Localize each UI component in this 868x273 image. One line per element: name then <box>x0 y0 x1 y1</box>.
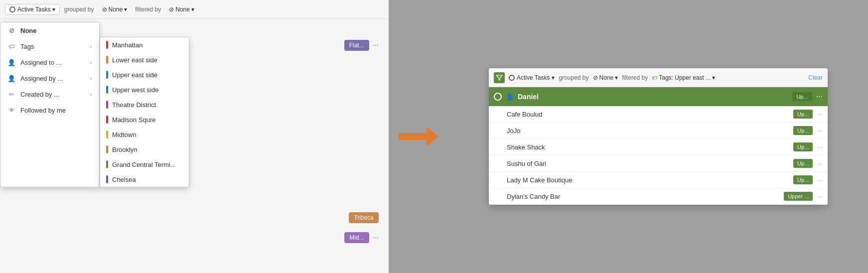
circle-status-icon <box>509 75 515 81</box>
task-tag-button[interactable]: Up... <box>793 110 813 119</box>
tag-theatre-district[interactable]: Theatre District <box>100 97 189 112</box>
filter-created-by-item[interactable]: ✏ Created by ... › <box>0 86 99 102</box>
table-row[interactable]: Cafe Boulud Up... ··· <box>489 106 828 123</box>
filter-followed-by-item[interactable]: 👁 Followed by me <box>0 102 99 118</box>
tag-brooklyn[interactable]: Brooklyn <box>100 142 189 157</box>
task-dots-button[interactable]: ··· <box>817 192 823 200</box>
tag-upper-west-side-label: Upper west side <box>112 86 158 94</box>
task-dots-button[interactable]: ··· <box>817 176 823 184</box>
followed-by-icon: 👁 <box>7 106 15 114</box>
tag-manhattan-label: Manhattan <box>112 41 143 49</box>
table-row[interactable]: Sushu of Gari Up... ··· <box>489 155 828 172</box>
task-tag-button[interactable]: Up... <box>793 126 813 135</box>
task-tag-button[interactable]: Up... <box>793 159 813 168</box>
tag-color-bar <box>106 116 108 124</box>
tribeca-button[interactable]: Tribeca <box>349 212 379 223</box>
right-no-entry-icon: ⊘ <box>593 74 598 81</box>
tag-color-bar <box>106 86 108 94</box>
right-filter-chevron: ▾ <box>712 74 715 81</box>
tag-madison-square[interactable]: Madison Squre <box>100 112 189 127</box>
clear-filter-button[interactable]: Clear <box>808 74 823 81</box>
task-dots-button[interactable]: ··· <box>817 143 823 151</box>
tag-theatre-district-label: Theatre District <box>112 101 156 109</box>
table-row[interactable]: Lady M Cake Boutique Up... ··· <box>489 172 828 188</box>
task-name: Sushu of Gari <box>507 160 789 167</box>
table-row[interactable]: JoJo Up... ··· <box>489 123 828 139</box>
grouped-by-label: grouped by <box>64 6 94 13</box>
filter-none-label: None <box>175 6 190 13</box>
task-dots-button[interactable]: ··· <box>817 127 823 135</box>
flat-dots-button[interactable]: ··· <box>372 41 379 50</box>
filter-none-item[interactable]: ⊘ None <box>0 22 99 38</box>
header-tag-button[interactable]: Up... <box>792 92 812 101</box>
tag-chelsea-label: Chelsea <box>112 176 136 183</box>
assigned-by-icon: 👤 <box>7 74 15 82</box>
group-by-none-button[interactable]: ⊘ None ▾ <box>98 4 132 14</box>
task-name: Dylan's Candy Bar <box>507 193 780 200</box>
header-circle-icon <box>494 93 502 101</box>
task-dots-button[interactable]: ··· <box>817 110 823 118</box>
task-tag-button[interactable]: Up... <box>793 142 813 151</box>
chevron-right-icon-3: › <box>90 75 92 81</box>
task-tag-button[interactable]: Upper ... <box>784 192 813 201</box>
filter-no-entry-icon: ⊘ <box>169 6 174 13</box>
tag-grand-central[interactable]: Grand Central Termi... <box>100 157 189 172</box>
filter-created-by-label: Created by ... <box>20 91 59 98</box>
tag-color-bar <box>106 101 108 109</box>
header-dots-button[interactable]: ··· <box>816 92 823 101</box>
right-window: Active Tasks ▾ grouped by ⊘ None ▾ filte… <box>489 68 828 205</box>
tag-upper-east-side-label: Upper east side <box>112 71 157 79</box>
tag-lower-east-side-label: Lower east side <box>112 56 157 64</box>
filter-menu: ⊘ None 🏷 Tags › 👤 Assigned to ... › 👤 As… <box>0 22 100 187</box>
tag-manhattan[interactable]: Manhattan <box>100 37 189 52</box>
right-task-list: 👤 Daniel Up... ··· Cafe Boulud Up... ···… <box>489 87 828 205</box>
filter-none-button[interactable]: ⊘ None ▾ <box>165 4 198 14</box>
flat-button[interactable]: Flat... <box>344 40 369 51</box>
task-dots-button[interactable]: ··· <box>817 159 823 167</box>
tag-midtown-label: Midtown <box>112 131 136 138</box>
tag-color-bar <box>106 71 108 79</box>
filter-assigned-by-label: Assigned by ... <box>20 75 63 82</box>
filter-dropdown: ⊘ None 🏷 Tags › 👤 Assigned to ... › 👤 As… <box>0 22 189 187</box>
tags-submenu: Manhattan Lower east side Upper east sid… <box>100 37 189 187</box>
right-arrow-icon <box>399 129 438 144</box>
tag-filter-icon: 🏷 <box>652 75 657 81</box>
tag-color-bar <box>106 41 108 49</box>
tag-upper-west-side[interactable]: Upper west side <box>100 82 189 97</box>
right-toolbar: Active Tasks ▾ grouped by ⊘ None ▾ filte… <box>489 68 828 87</box>
right-active-tasks-button[interactable]: Active Tasks ▾ <box>509 74 555 81</box>
active-tasks-button[interactable]: Active Tasks ▾ <box>5 4 60 15</box>
filter-icon-button[interactable] <box>494 72 505 83</box>
filter-followed-by-label: Followed by me <box>20 107 66 114</box>
right-group-none-button[interactable]: ⊘ None ▾ <box>593 74 618 81</box>
filter-assigned-by-item[interactable]: 👤 Assigned by ... › <box>0 70 99 86</box>
tag-color-bar <box>106 175 108 183</box>
mid-dots-button[interactable]: ··· <box>372 233 379 242</box>
tag-grand-central-label: Grand Central Termi... <box>112 161 176 168</box>
tag-lower-east-side[interactable]: Lower east side <box>100 52 189 67</box>
no-entry-icon: ⊘ <box>102 6 107 13</box>
tag-color-bar <box>106 56 108 64</box>
table-row[interactable]: Dylan's Candy Bar Upper ... ··· <box>489 188 828 205</box>
table-row[interactable]: Shake Shack Up... ··· <box>489 139 828 155</box>
right-tags-filter-label: Tags: Upper east ... <box>659 74 711 81</box>
tag-upper-east-side[interactable]: Upper east side <box>100 67 189 82</box>
filter-assigned-to-item[interactable]: 👤 Assigned to ... › <box>0 54 99 70</box>
task-name: JoJo <box>507 127 789 135</box>
arrow-container <box>389 0 448 273</box>
assigned-to-icon: 👤 <box>7 58 15 66</box>
filtered-by-label: filtered by <box>135 6 161 13</box>
created-by-icon: ✏ <box>7 90 15 98</box>
task-tag-button[interactable]: Up... <box>793 175 813 184</box>
filter-tags-item[interactable]: 🏷 Tags › <box>0 38 99 54</box>
right-panel: Active Tasks ▾ grouped by ⊘ None ▾ filte… <box>448 0 868 273</box>
tag-color-bar <box>106 160 108 168</box>
right-tags-filter-button[interactable]: 🏷 Tags: Upper east ... ▾ <box>652 74 715 81</box>
right-dropdown-arrow-icon: ▾ <box>552 74 555 81</box>
tags-icon: 🏷 <box>7 42 15 50</box>
tag-chelsea[interactable]: Chelsea <box>100 172 189 187</box>
mid-button[interactable]: Mid... <box>344 232 369 243</box>
right-grouped-by-label: grouped by <box>559 74 588 81</box>
chevron-right-icon: › <box>90 43 92 49</box>
tag-midtown[interactable]: Midtown <box>100 127 189 142</box>
